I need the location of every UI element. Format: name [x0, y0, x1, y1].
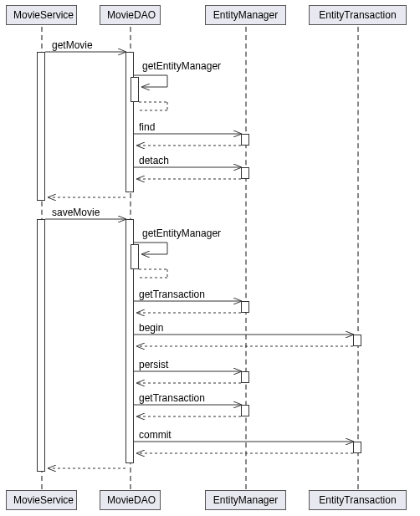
msg-begin: begin — [139, 322, 163, 334]
msg-commit: commit — [139, 429, 172, 441]
participant-entitymanager-top: EntityManager — [205, 5, 286, 25]
activation-em-gettx1 — [241, 301, 249, 313]
participant-entitytransaction-bot: EntityTransaction — [309, 490, 407, 510]
activation-moviedao-1 — [125, 52, 134, 192]
sequence-diagram: MovieService MovieDAO EntityManager Enti… — [0, 0, 420, 516]
activation-em-find — [241, 134, 249, 146]
msg-persist: persist — [139, 359, 168, 370]
activation-movieservice-2 — [37, 219, 45, 472]
lifeline-entitytransaction — [357, 27, 359, 489]
participant-movieservice-top: MovieService — [6, 5, 77, 25]
activation-et-commit — [353, 442, 361, 453]
activation-moviedao-2b — [131, 244, 139, 269]
participant-movieservice-bot: MovieService — [6, 490, 77, 510]
msg-detach: detach — [139, 155, 169, 166]
activation-em-gettx2 — [241, 405, 249, 416]
lifeline-entitymanager — [245, 27, 247, 489]
msg-getentitymanager1: getEntityManager — [142, 60, 221, 72]
msg-find: find — [139, 121, 155, 133]
participant-moviedao-top: MovieDAO — [100, 5, 161, 25]
msg-getentitymanager2: getEntityManager — [142, 227, 221, 239]
msg-gettransaction2: getTransaction — [139, 392, 205, 404]
activation-em-persist — [241, 371, 249, 383]
activation-em-detach — [241, 167, 249, 179]
msg-savemovie: saveMovie — [52, 207, 100, 218]
msg-gettransaction1: getTransaction — [139, 289, 205, 300]
activation-et-begin — [353, 335, 361, 346]
activation-moviedao-1b — [131, 77, 139, 102]
participant-moviedao-bot: MovieDAO — [100, 490, 161, 510]
participant-entitytransaction-top: EntityTransaction — [309, 5, 407, 25]
activation-movieservice-1 — [37, 52, 45, 201]
participant-entitymanager-bot: EntityManager — [205, 490, 286, 510]
msg-getmovie: getMovie — [52, 39, 93, 51]
